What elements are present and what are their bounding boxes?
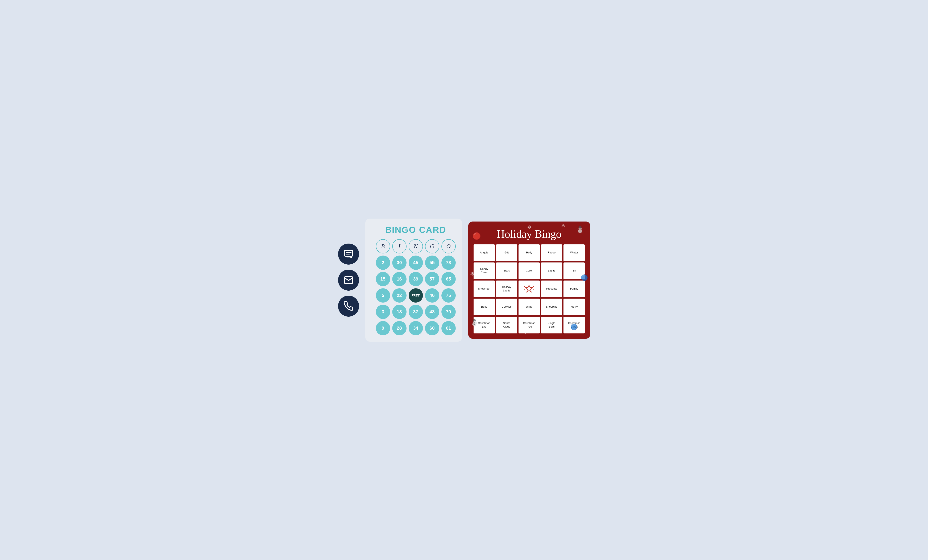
holiday-cell-elf[interactable]: Elf [563, 262, 585, 279]
bingo-cell[interactable]: 70 [441, 305, 456, 319]
bingo-cell[interactable]: 65 [441, 272, 456, 286]
bingo-cell[interactable]: 30 [392, 256, 406, 270]
holiday-cell-presents[interactable]: Presents [541, 280, 562, 297]
bingo-cell[interactable]: 39 [409, 272, 423, 286]
holiday-cell-jingle-bells[interactable]: JingleBells [541, 317, 562, 333]
mail-icon [343, 275, 354, 285]
holiday-cell-lights[interactable]: Lights [541, 262, 562, 279]
holiday-cell-wrap[interactable]: Wrap [519, 298, 540, 315]
bingo-grid: B I N G O 2 30 45 55 73 15 16 39 57 65 5… [376, 239, 456, 335]
holiday-cell-christmas-cards[interactable]: ChristmasCards [563, 317, 585, 333]
bingo-cell[interactable]: 75 [441, 288, 456, 303]
bingo-cell[interactable]: 34 [409, 321, 423, 335]
holiday-cell-fudge[interactable]: Fudge [541, 244, 562, 261]
holiday-cell-shopping[interactable]: Shopping [541, 298, 562, 315]
bingo-cell[interactable]: 22 [392, 288, 406, 303]
bingo-header-n: N [409, 239, 423, 253]
holiday-cell-stars[interactable]: Stars [496, 262, 517, 279]
bingo-cell[interactable]: 9 [376, 321, 390, 335]
svg-marker-3 [525, 285, 533, 292]
bingo-card-title: BINGO CARD [376, 225, 456, 235]
bingo-cell[interactable]: 57 [425, 272, 439, 286]
holiday-cell-carol[interactable]: Carol [519, 262, 540, 279]
holiday-cell-christmas-eve[interactable]: ChristmasEve [473, 317, 495, 333]
bingo-header-b: B [376, 239, 390, 253]
svg-rect-0 [344, 250, 353, 256]
holiday-cell-holly[interactable]: Holly [519, 244, 540, 261]
holiday-cell-santa-claus[interactable]: SantaClaus [496, 317, 517, 333]
bingo-cell[interactable]: 46 [425, 288, 439, 303]
left-bingo-card: BINGO CARD B I N G O 2 30 45 55 73 15 16… [365, 219, 462, 342]
bingo-cell[interactable]: 3 [376, 305, 390, 319]
phone-icon [343, 301, 354, 311]
bingo-header-o: O [441, 239, 456, 253]
bingo-free-cell[interactable]: FREE [409, 288, 423, 303]
main-container: BINGO CARD B I N G O 2 30 45 55 73 15 16… [338, 219, 590, 342]
bingo-cell[interactable]: 5 [376, 288, 390, 303]
svg-line-7 [524, 286, 525, 287]
holiday-bingo-card: ❄ 🔴 ⛄ ❄ 🔵 ⛄ ❄ 🔵 ❄ Holiday Bingo Angels G… [468, 222, 590, 339]
bingo-cell[interactable]: 55 [425, 256, 439, 270]
holiday-free-cell[interactable] [519, 280, 540, 297]
holiday-cell-bells[interactable]: Bells [473, 298, 495, 315]
svg-line-8 [533, 286, 534, 287]
bingo-cell[interactable]: 61 [441, 321, 456, 335]
bingo-cell[interactable]: 48 [425, 305, 439, 319]
icons-column [338, 243, 359, 317]
bingo-cell[interactable]: 18 [392, 305, 406, 319]
holiday-cell-cookies[interactable]: Cookies [496, 298, 517, 315]
holiday-cell-winter[interactable]: Winter [563, 244, 585, 261]
svg-line-6 [533, 289, 534, 290]
bingo-cell[interactable]: 45 [409, 256, 423, 270]
bingo-header-g: G [425, 239, 439, 253]
bingo-cell[interactable]: 60 [425, 321, 439, 335]
holiday-cell-merry[interactable]: Merry [563, 298, 585, 315]
bingo-cell[interactable]: 15 [376, 272, 390, 286]
phone-icon-circle[interactable] [338, 296, 359, 317]
holiday-cell-snowman[interactable]: Snowman [473, 280, 495, 297]
bingo-cell[interactable]: 73 [441, 256, 456, 270]
bingo-cell[interactable]: 16 [392, 272, 406, 286]
holiday-cell-candy-cane[interactable]: CandyCane [473, 262, 495, 279]
holiday-cell-family[interactable]: Family [563, 280, 585, 297]
bingo-cell[interactable]: 2 [376, 256, 390, 270]
holiday-cell-holiday-lights[interactable]: HolidayLights [496, 280, 517, 297]
star-wand-icon [524, 284, 534, 294]
bingo-header-i: I [392, 239, 406, 253]
bingo-cell[interactable]: 37 [409, 305, 423, 319]
chat-icon-circle[interactable] [338, 243, 359, 265]
holiday-cell-christmas-tree[interactable]: ChristmasTree [519, 317, 540, 333]
mail-icon-circle[interactable] [338, 269, 359, 291]
holiday-cell-gift[interactable]: Gift [496, 244, 517, 261]
svg-line-5 [524, 289, 525, 290]
holiday-bingo-title: Holiday Bingo [473, 228, 585, 240]
holiday-bingo-grid: Angels Gift Holly Fudge Winter CandyCane… [473, 244, 585, 333]
holiday-cell-angels[interactable]: Angels [473, 244, 495, 261]
bingo-cell[interactable]: 28 [392, 321, 406, 335]
chat-icon [343, 249, 354, 259]
